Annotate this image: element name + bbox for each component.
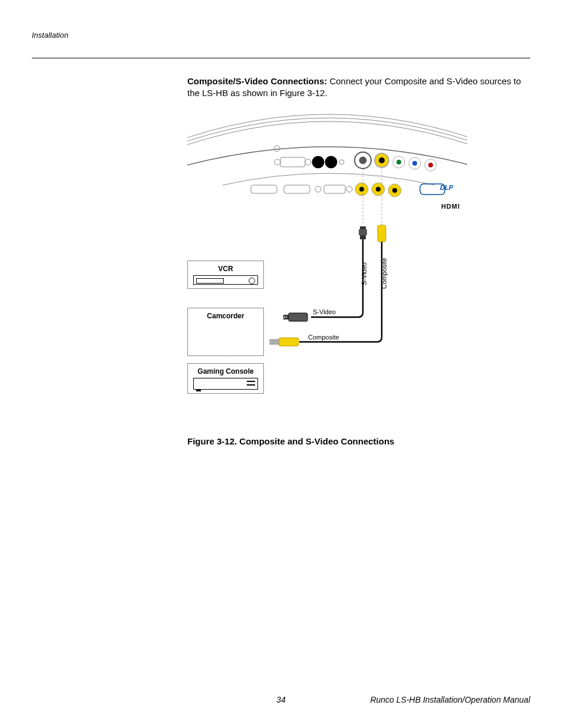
- svg-point-3: [305, 159, 311, 165]
- svg-point-0: [274, 146, 280, 151]
- svg-point-16: [428, 163, 433, 167]
- svg-point-6: [339, 160, 344, 164]
- svg-point-27: [392, 188, 397, 193]
- section-header-label: Installation: [32, 31, 68, 39]
- svg-point-14: [412, 161, 417, 166]
- svg-point-2: [275, 159, 280, 165]
- svg-point-8: [359, 157, 366, 164]
- svg-rect-40: [279, 338, 299, 346]
- svg-point-5: [326, 157, 336, 167]
- figure-caption: Figure 3-12. Composite and S-Video Conne…: [187, 436, 394, 446]
- body-paragraph: Composite/S-Video Connections: Connect y…: [187, 75, 529, 100]
- svg-rect-18: [284, 185, 310, 193]
- svg-point-23: [359, 187, 364, 192]
- vcr-label: VCR: [190, 265, 261, 273]
- source-box-gaming: Gaming Console: [187, 363, 264, 394]
- gaming-label: Gaming Console: [190, 367, 261, 375]
- svg-point-4: [313, 157, 323, 167]
- camcorder-label: Camcorder: [190, 312, 261, 320]
- svg-rect-32: [359, 229, 367, 235]
- footer-doc-title: Runco LS-HB Installation/Operation Manua…: [370, 695, 530, 704]
- svideo-cable-label-v: S-Video: [361, 262, 368, 285]
- page-number: 34: [276, 695, 286, 704]
- svg-point-19: [315, 186, 321, 192]
- svg-point-25: [376, 187, 381, 192]
- gaming-console-icon: [193, 378, 258, 390]
- connection-diagram: VCR Camcorder Gaming Console S-Video Com…: [187, 108, 467, 415]
- svg-rect-1: [280, 157, 305, 167]
- svg-rect-17: [251, 185, 277, 193]
- composite-cable-label-h: Composite: [308, 334, 339, 341]
- svg-point-21: [346, 186, 352, 192]
- hdmi-logo: HDMI: [441, 203, 460, 210]
- source-box-vcr: VCR: [187, 261, 264, 289]
- header-divider: [32, 58, 530, 58]
- svg-point-12: [396, 160, 401, 164]
- composite-cable-label-v: Composite: [381, 258, 388, 289]
- dlp-logo: DLP: [440, 184, 453, 191]
- svideo-cable-label-h: S-Video: [313, 308, 336, 315]
- svg-rect-38: [378, 225, 386, 242]
- svg-point-10: [379, 157, 385, 163]
- svg-rect-34: [289, 313, 308, 321]
- vcr-icon: [193, 275, 258, 285]
- source-box-camcorder: Camcorder: [187, 308, 264, 356]
- inline-heading: Composite/S-Video Connections:: [187, 76, 327, 86]
- svg-rect-20: [324, 185, 345, 193]
